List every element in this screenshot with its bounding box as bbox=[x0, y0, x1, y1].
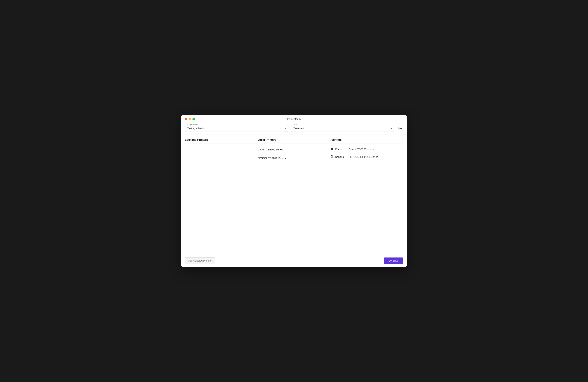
pair-selected-printers-button[interactable]: Pair selected printers bbox=[185, 257, 215, 264]
delete-pairing-icon[interactable] bbox=[331, 147, 333, 151]
logout-icon bbox=[398, 127, 402, 130]
pairing-arrow-icon: → bbox=[346, 155, 348, 158]
toolbar: Organisation Testorganisation ▾ Event Te… bbox=[181, 123, 407, 135]
app-window: kellner.team Organisation Testorganisati… bbox=[181, 115, 407, 267]
minimize-button[interactable] bbox=[189, 118, 191, 120]
pairing-local-name: EPSON ET-2810 Series bbox=[350, 155, 378, 158]
close-button[interactable] bbox=[185, 118, 187, 120]
pairing-arrow-icon: → bbox=[344, 148, 347, 151]
pairing-item: Küche → Canon TS5100 series bbox=[331, 147, 403, 151]
event-wrapper: Event Testevent ▾ bbox=[291, 125, 394, 132]
organisation-wrapper: Organisation Testorganisation ▾ bbox=[185, 125, 288, 132]
pairing-backend-name: Küche bbox=[335, 148, 343, 151]
columns-header: Backend Printers Local Printers Pairings bbox=[185, 135, 403, 144]
title-bar: kellner.team bbox=[181, 115, 407, 123]
local-printer-item[interactable]: Canon TS5100 series bbox=[257, 147, 330, 152]
backend-printers-column bbox=[185, 147, 257, 255]
trash-icon bbox=[331, 155, 333, 158]
pairing-backend-name: Schank bbox=[335, 155, 344, 158]
pairing-local-name: Canon TS5100 series bbox=[349, 148, 374, 151]
footer: Pair selected printers Continue bbox=[181, 255, 407, 267]
local-printers-header: Local Printers bbox=[257, 138, 330, 141]
organisation-label: Organisation bbox=[187, 124, 199, 126]
trash-icon bbox=[331, 147, 333, 150]
traffic-lights bbox=[185, 118, 195, 120]
maximize-button[interactable] bbox=[192, 118, 195, 120]
pairings-column: Küche → Canon TS5100 series bbox=[331, 147, 403, 255]
local-printer-item[interactable]: EPSON ET-2810 Series bbox=[257, 156, 330, 160]
logout-button[interactable] bbox=[397, 125, 403, 131]
pairing-item: Schank → EPSON ET-2810 Series bbox=[331, 155, 403, 159]
event-select[interactable]: Testevent bbox=[291, 125, 394, 132]
window-title: kellner.team bbox=[287, 118, 300, 120]
continue-button[interactable]: Continue bbox=[384, 257, 403, 264]
columns-body: Canon TS5100 series EPSON ET-2810 Series… bbox=[185, 144, 403, 255]
organisation-select[interactable]: Testorganisation bbox=[185, 125, 288, 132]
local-printers-column: Canon TS5100 series EPSON ET-2810 Series bbox=[257, 147, 330, 255]
delete-pairing-icon[interactable] bbox=[331, 155, 333, 159]
backend-printers-header: Backend Printers bbox=[185, 138, 257, 141]
pairings-header: Pairings bbox=[331, 138, 403, 141]
event-label: Event bbox=[293, 124, 299, 126]
main-content: Backend Printers Local Printers Pairings… bbox=[181, 135, 407, 255]
